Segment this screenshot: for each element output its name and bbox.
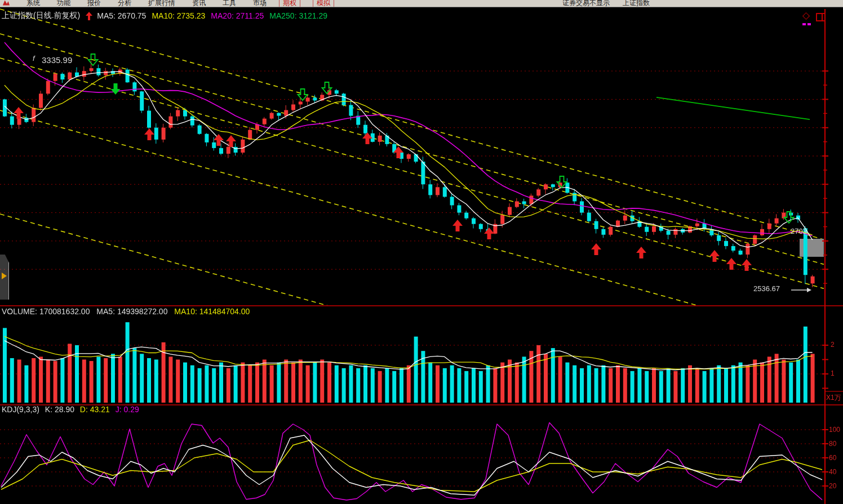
menu-bar: 系统 功能 报价 分析 扩展行情 资讯 工具 市场 期权 模拟 证券交易不显示 … bbox=[0, 0, 843, 7]
low-price-label: 2536.67 bbox=[753, 284, 780, 293]
ma250-value: MA250: 3121.29 bbox=[269, 11, 327, 20]
chart-title-row: 上证指数(日线.前复权) MA5: 2670.75 MA10: 2735.23 … bbox=[2, 11, 333, 21]
current-index-name: 上证指数 bbox=[623, 0, 650, 7]
kdj-axis-40: 40 bbox=[829, 468, 836, 476]
kdj-name: KDJ(9,3,3) bbox=[2, 405, 39, 414]
kdj-d-value: D: 43.21 bbox=[80, 405, 110, 414]
main-chart-canvas[interactable] bbox=[0, 0, 843, 504]
trading-app-window: 系统 功能 报价 分析 扩展行情 资讯 工具 市场 期权 模拟 证券交易不显示 … bbox=[0, 0, 843, 504]
diamond-tool-icon[interactable]: ◇ bbox=[802, 12, 810, 20]
menu-button-simulate[interactable]: 模拟 bbox=[313, 0, 334, 7]
ma10-value: MA10: 2735.23 bbox=[152, 11, 205, 20]
ma5-value: MA5: 2670.75 bbox=[97, 11, 146, 20]
symbol-title: 上证指数(日线.前复权) bbox=[2, 11, 80, 21]
volume-value: VOLUME: 170081632.00 bbox=[2, 307, 90, 316]
expand-arrow-icon bbox=[2, 273, 7, 279]
trade-visibility-note: 证券交易不显示 bbox=[562, 0, 610, 7]
menu-item-quotes[interactable]: 报价 bbox=[87, 0, 101, 7]
magenta-marker-dash-icon bbox=[802, 23, 806, 25]
kdj-header: KDJ(9,3,3) K: 28.90 D: 43.21 J: 0.29 bbox=[2, 405, 139, 414]
high-marker-glyph: f bbox=[33, 54, 35, 63]
price-label-2703: 2703 bbox=[791, 227, 807, 235]
kdj-axis-100: 100 bbox=[829, 426, 840, 434]
kdj-axis-20: 20 bbox=[829, 482, 836, 490]
menu-item-tools[interactable]: 工具 bbox=[223, 0, 236, 7]
kdj-k-value: K: 28.90 bbox=[45, 405, 74, 414]
volume-header: VOLUME: 170081632.00 MA5: 149398272.00 M… bbox=[2, 307, 250, 316]
menu-item-extended-quotes[interactable]: 扩展行情 bbox=[148, 0, 175, 7]
up-arrow-icon bbox=[86, 12, 92, 20]
volume-ma10-value: MA10: 141484704.00 bbox=[174, 307, 250, 316]
kdj-axis-80: 80 bbox=[829, 440, 836, 448]
ma20-value: MA20: 2711.25 bbox=[211, 11, 264, 20]
menu-button-options[interactable]: 期权 bbox=[279, 0, 300, 7]
sidebar-expand-handle[interactable] bbox=[0, 255, 9, 300]
volume-ma5-value: MA5: 149398272.00 bbox=[96, 307, 167, 316]
magenta-marker-dash-icon bbox=[807, 23, 811, 25]
menu-item-function[interactable]: 功能 bbox=[57, 0, 70, 7]
high-price-label: 3335.99 bbox=[42, 55, 72, 65]
volume-axis-tick-2: 2 bbox=[831, 341, 835, 349]
menu-item-news[interactable]: 资讯 bbox=[192, 0, 206, 7]
menu-item-analysis[interactable]: 分析 bbox=[118, 0, 131, 7]
menu-item-system[interactable]: 系统 bbox=[26, 0, 40, 7]
kdj-j-value: J: 0.29 bbox=[116, 405, 139, 414]
kdj-axis-60: 60 bbox=[829, 454, 836, 462]
volume-unit-label: X1万 bbox=[826, 393, 841, 403]
app-logo-icon[interactable] bbox=[3, 1, 10, 6]
volume-axis-tick-1: 1 bbox=[831, 369, 835, 377]
menu-item-market[interactable]: 市场 bbox=[253, 0, 267, 7]
split-window-icon[interactable] bbox=[816, 13, 826, 21]
